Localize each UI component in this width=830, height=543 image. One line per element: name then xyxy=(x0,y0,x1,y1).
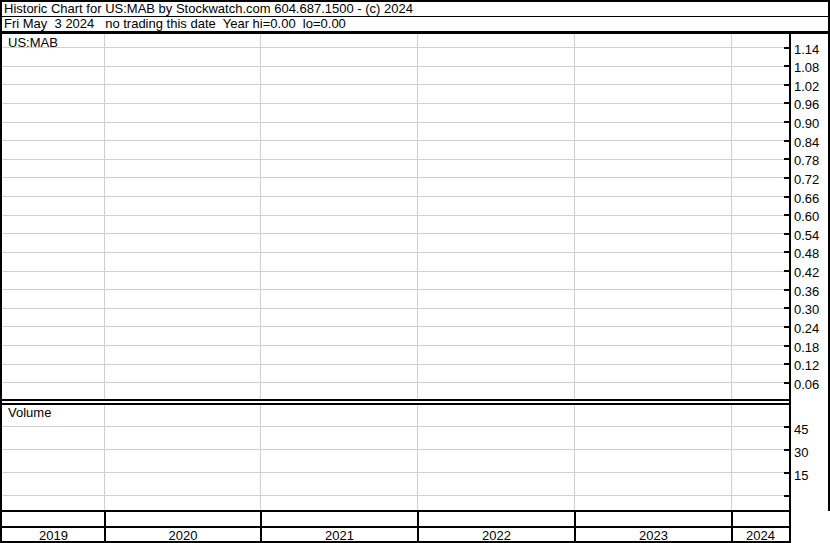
year-label: 2024 xyxy=(734,529,788,542)
price-axis-tick xyxy=(784,233,789,235)
price-axis-tick xyxy=(784,121,789,123)
price-axis-tick xyxy=(784,289,789,291)
price-axis-label: 0.36 xyxy=(794,285,828,299)
year-label: 2022 xyxy=(470,529,524,542)
volume-axis-tick xyxy=(784,495,789,497)
price-axis-label: 0.84 xyxy=(794,136,828,150)
volume-panel-label: Volume xyxy=(8,406,51,420)
stock-chart-window: 1.141.081.020.960.900.840.780.720.660.60… xyxy=(0,0,830,543)
price-axis-tick xyxy=(784,65,789,67)
price-axis-label: 1.14 xyxy=(794,43,828,57)
price-axis-tick xyxy=(784,196,789,198)
year-separator xyxy=(574,512,576,541)
price-axis-label: 0.48 xyxy=(794,247,828,261)
price-axis-label: 0.30 xyxy=(794,303,828,317)
symbol-label: US:MAB xyxy=(8,36,58,50)
volume-axis-label: 30 xyxy=(794,446,820,460)
volume-axis-tick xyxy=(784,426,789,428)
price-axis-label: 0.66 xyxy=(794,192,828,206)
year-label: 2019 xyxy=(27,529,81,542)
volume-axis-label: 45 xyxy=(794,423,820,437)
year-label: 2020 xyxy=(156,529,210,542)
price-axis-tick xyxy=(784,345,789,347)
price-axis-tick xyxy=(784,251,789,253)
year-label: 2023 xyxy=(627,529,681,542)
price-axis-tick xyxy=(784,307,789,309)
year-separator xyxy=(260,512,262,541)
axis-layer: 1.141.081.020.960.900.840.780.720.660.60… xyxy=(0,0,830,543)
price-axis-label: 1.08 xyxy=(794,61,828,75)
price-axis-label: 0.96 xyxy=(794,98,828,112)
price-axis-label: 0.18 xyxy=(794,341,828,355)
volume-axis-tick xyxy=(784,472,789,474)
price-axis-label: 0.06 xyxy=(794,378,828,392)
price-axis-tick xyxy=(784,363,789,365)
price-axis-tick xyxy=(784,382,789,384)
price-axis-label: 0.12 xyxy=(794,359,828,373)
price-axis-tick xyxy=(784,102,789,104)
price-axis-tick xyxy=(784,47,789,49)
price-axis-label: 0.42 xyxy=(794,266,828,280)
year-separator xyxy=(417,512,419,541)
price-axis-label: 0.60 xyxy=(794,210,828,224)
price-axis-tick xyxy=(784,140,789,142)
price-axis-label: 0.54 xyxy=(794,229,828,243)
price-axis-label: 1.02 xyxy=(794,80,828,94)
price-axis-label: 0.78 xyxy=(794,154,828,168)
price-axis-tick xyxy=(784,84,789,86)
volume-axis-tick xyxy=(784,449,789,451)
price-axis-label: 0.90 xyxy=(794,117,828,131)
price-axis-tick xyxy=(784,158,789,160)
header-title: Historic Chart for US:MAB by Stockwatch.… xyxy=(4,2,413,16)
price-axis-label: 0.72 xyxy=(794,173,828,187)
year-separator xyxy=(104,512,106,541)
price-axis-tick xyxy=(784,214,789,216)
price-axis-tick xyxy=(784,177,789,179)
price-axis-label: 0.24 xyxy=(794,322,828,336)
price-axis-tick xyxy=(784,270,789,272)
year-label: 2021 xyxy=(313,529,367,542)
price-axis-tick xyxy=(784,326,789,328)
header-status-line: Fri May 3 2024 no trading this date Year… xyxy=(4,17,346,31)
volume-axis-label: 15 xyxy=(794,469,820,483)
